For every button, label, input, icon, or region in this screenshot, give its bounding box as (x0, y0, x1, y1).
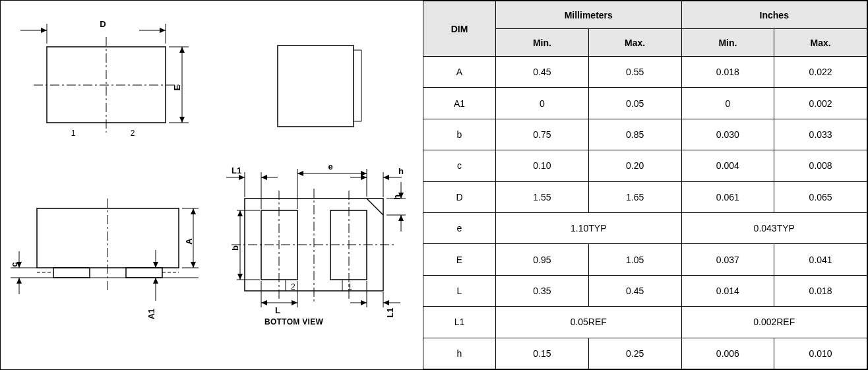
table-row: h0.150.250.0060.010 (423, 338, 867, 369)
th-in-max: Max. (774, 29, 867, 57)
table-row: c0.100.200.0040.008 (423, 150, 867, 181)
table-row: A100.0500.002 (423, 88, 867, 119)
dim-h-label: h (398, 166, 404, 176)
dim-hb-label: h (392, 195, 402, 200)
svg-rect-16 (53, 268, 90, 278)
table-row: A0.450.550.0180.022 (423, 57, 867, 88)
dimension-table-panel: DIM Millimeters Inches Min. Max. Min. Ma… (423, 1, 867, 369)
th-mm-min: Min. (496, 29, 589, 57)
dim-L-label: L (275, 305, 280, 315)
th-in: Inches (681, 1, 867, 29)
mechanical-drawing-svg: D E 1 2 (1, 1, 423, 370)
table-row: L10.05REF0.002REF (423, 307, 867, 338)
th-dim: DIM (423, 1, 496, 57)
page-container: D E 1 2 (0, 0, 868, 370)
dimension-table: DIM Millimeters Inches Min. Max. Min. Ma… (423, 1, 867, 369)
dimension-table-body: A0.450.550.0180.022 A100.0500.002 b0.750… (423, 57, 867, 369)
dim-b-label: b (230, 245, 240, 251)
dim-E-label: E (172, 84, 182, 90)
table-row: E0.951.050.0370.041 (423, 244, 867, 275)
th-mm-max: Max. (588, 29, 681, 57)
drawing-panel: D E 1 2 (1, 1, 423, 369)
dim-A1-label: A1 (146, 309, 156, 320)
dim-L1b-label: L1 (385, 307, 395, 317)
dim-L1-label: L1 (232, 166, 241, 175)
dim-A-label: A (184, 238, 194, 245)
pin-1-top: 1 (71, 129, 76, 138)
pin-1-bottom: 1 (348, 282, 352, 292)
table-row: e1.10TYP0.043TYP (423, 212, 867, 243)
pin-2-top: 2 (131, 129, 135, 138)
svg-line-32 (367, 199, 383, 215)
th-mm: Millimeters (496, 1, 682, 29)
th-in-min: Min. (681, 29, 774, 57)
svg-rect-17 (126, 268, 162, 278)
dim-e-label: e (328, 162, 332, 171)
dim-c-label: c (9, 262, 19, 266)
table-row: D1.551.650.0610.065 (423, 181, 867, 212)
table-row: b0.750.850.0300.033 (423, 119, 867, 150)
dim-D-label: D (100, 19, 106, 29)
table-row: L0.350.450.0140.018 (423, 275, 867, 306)
bottom-view-label: BOTTOM VIEW (264, 317, 323, 326)
pin-2-bottom: 2 (291, 282, 295, 292)
svg-rect-10 (278, 46, 354, 127)
